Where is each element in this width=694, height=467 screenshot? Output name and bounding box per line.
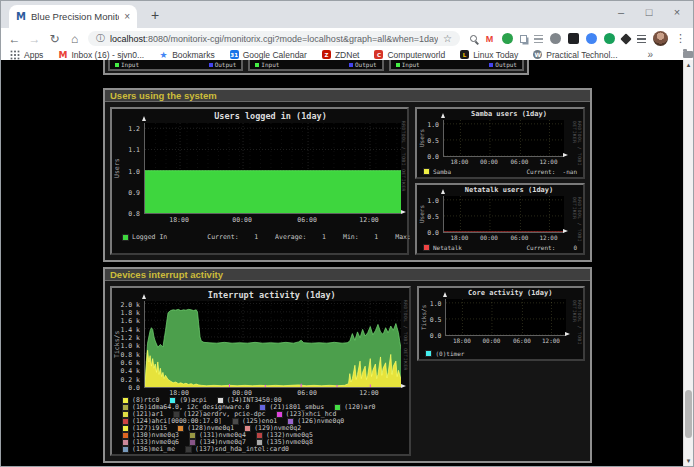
x-tick-label: 18:00 [168,216,190,224]
y-axis-arrow-icon [142,116,146,121]
close-button[interactable]: × [671,6,683,18]
legend-row: (136)mei_me(137)snd_hda_intel:card0 [122,446,386,453]
tab-close-icon[interactable]: × [124,11,130,22]
dark-square-ext-icon[interactable] [568,33,579,44]
y-axis-arrow-icon [441,189,445,194]
bookmark-label: Bookmarks [172,50,215,60]
bookmark-item[interactable]: CComputerworld [374,50,445,60]
other-bookmarks-button[interactable]: Other bookmarks [683,50,694,60]
url-rest: :8080/monitorix-cgi/monitorix.cgi?mode=l… [146,34,439,44]
scroll-down-icon[interactable]: ▼ [684,456,693,466]
back-icon[interactable]: ← [8,33,21,45]
y-axis-arrow-icon [443,292,447,297]
network-graph-cropped[interactable]: Input Output [248,60,383,71]
legend-item: (120)ar0 [334,404,375,411]
y-tick-label: 1.6 k [120,317,140,325]
section-users: Users using the system Users logged in (… [103,88,592,262]
y-tick-label: 0.2 k [120,376,140,384]
pages-ext-icon[interactable] [520,35,527,43]
graph-interrupt-activity[interactable]: Interrupt activity (1day) Ticks/s 2.0 k1… [110,286,411,456]
bookmarks-bar: AppsMInbox (16) - sjvn0...★Bookmarks31Go… [1,49,693,60]
x-tick-label: 12:00 [358,389,380,397]
bookmark-item[interactable]: ZZDNet [322,50,360,60]
section-title-interrupts: Devices interrupt activity [105,269,590,281]
legend-input: Input [255,61,279,68]
legend-item: (137)snd_hda_intel:card0 [185,446,289,453]
mask-ext-icon[interactable] [550,33,561,44]
plot-area [144,123,401,214]
y-tick-label: 0.5 [430,316,442,324]
address-bar[interactable]: ⓘ localhost:8080/monitorix-cgi/monitorix… [88,31,460,46]
legend-swatch-icon [122,439,129,446]
maximize-button[interactable]: □ [643,6,655,18]
bookmarks-overflow-chevron[interactable]: » [648,49,654,60]
network-graph-cropped[interactable]: Input Output [389,60,524,71]
graph-samba-users[interactable]: Samba users (1day) Users 1.00.50.0 18:00… [415,107,585,179]
y-tick-label: 1.0 [128,168,140,176]
doc-ext-icon[interactable] [534,35,543,43]
profile-avatar[interactable] [653,31,668,46]
graph-core-activity[interactable]: Core activity (1day) Ticks/s 1.00.50.0 1… [417,286,585,361]
computerworld-icon: C [374,50,383,59]
legend-swatch-icon [122,397,129,404]
search-ext-icon[interactable] [470,35,477,42]
x-tick-label: 06:00 [511,337,533,344]
y-tick-label: 1.4 k [120,326,140,334]
green-circle-ext-icon[interactable] [604,33,615,44]
gmail-ext-icon[interactable]: M [484,33,495,44]
bookmark-label: Computerworld [387,50,445,60]
output-swatch-icon [349,63,353,67]
x-tick-label: 18:00 [448,158,470,165]
blue-circle-ext-icon[interactable] [586,33,597,44]
network-graph-cropped[interactable]: Input Output [108,60,243,71]
bookmark-star-icon[interactable]: ☆ [443,34,452,44]
new-tab-button[interactable]: + [147,8,163,24]
legend-swatch-icon [122,404,129,411]
rrdtool-watermark: RRDTOOL / TOBI OETIKER [403,300,408,371]
legend-item: (136)mei_me [122,446,175,453]
graph-title: Samba users (1day) [441,110,577,118]
browser-window: M Blue Precision Monitorix × + – □ × ← →… [0,0,694,467]
y-tick-labels: 1.21.11.00.90.8 [112,123,142,213]
bookmark-item[interactable]: LLinux Today [460,50,518,60]
scroll-up-icon[interactable]: ▲ [684,60,693,70]
pin-ext-icon[interactable] [620,33,631,44]
legend-swatch-icon [122,446,129,453]
bookmark-label: Practical Technol... [546,50,617,60]
browser-tab[interactable]: M Blue Precision Monitorix × [9,5,137,28]
graph-legend: Logged InCurrent: 1Average: 1Min: 1Max: … [122,233,397,241]
bookmark-item[interactable]: WPractical Technol... [533,50,617,60]
graph-users-logged-in[interactable]: Users logged in (1day) Users 1.21.11.00.… [110,107,409,255]
y-tick-label: 1.2 [128,125,140,133]
y-tick-label: 0.0 [427,229,439,237]
forward-icon[interactable]: → [28,33,41,45]
scrollbar-thumb[interactable] [685,390,692,438]
graph-legend: NetatalkCurrent: 0 [423,244,577,251]
home-icon[interactable]: ⌂ [68,33,81,45]
minimize-button[interactable]: – [615,6,627,18]
browser-menu-icon[interactable]: ⋮ [675,32,686,45]
bookmark-label: ZDNet [335,50,360,60]
reload-icon[interactable]: ↻ [48,33,61,45]
x-tick-label: 06:00 [508,234,530,241]
linuxtoday-icon: L [460,50,469,59]
site-info-icon[interactable]: ⓘ [96,34,105,43]
graph-netatalk-users[interactable]: Netatalk users (1day) Users 1.00.50.0 18… [415,183,585,255]
legend-swatch-icon [122,425,129,432]
output-swatch-icon [489,63,493,67]
y-tick-label: 1.1 [128,146,140,154]
playlist-ext-icon[interactable] [637,35,646,43]
rrdtool-watermark: RRDTOOL / TOBI OETIKER [401,121,406,192]
input-swatch-icon [255,63,259,67]
bookmark-item[interactable]: MInbox (16) - sjvn0... [58,50,144,60]
bookmark-item[interactable]: ★Bookmarks [159,50,215,60]
legend-swatch-icon [122,234,129,241]
vertical-scrollbar[interactable]: ▲ ▼ [683,60,693,466]
network-section-cropped: Input Output Input Output Input Output [103,60,529,75]
rrdtool-watermark: RRDTOOL / TOBI OETIKER [572,300,582,359]
bookmark-item[interactable]: Apps [10,50,43,60]
x-tick-label: 06:00 [508,158,530,165]
green-globe-ext-icon[interactable] [502,33,513,44]
y-tick-labels: 1.00.50.0 [417,196,441,232]
bookmark-item[interactable]: 31Google Calendar [230,50,307,60]
